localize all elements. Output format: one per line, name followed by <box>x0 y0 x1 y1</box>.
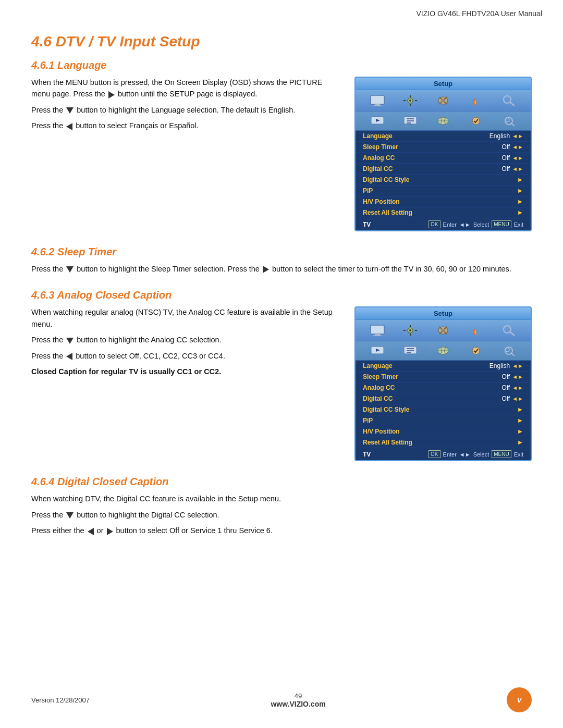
section-title-4-6-4: 4.6.4 Digital Closed Caption <box>31 476 532 488</box>
svg-point-13 <box>504 96 511 103</box>
menu-row-pip-2: PiP ► <box>356 415 531 426</box>
icon-sm3 <box>434 114 452 128</box>
page-content: 4.6 DTV / TV Input Setup 4.6.1 Language … <box>0 18 563 562</box>
icon-sm5 <box>499 114 518 128</box>
footer-page-number: 49 <box>271 692 325 700</box>
icon-sm2-b <box>401 343 420 358</box>
section-row-4-6-3: When watching regular analog (NTSC) TV, … <box>31 306 532 461</box>
section-4-6-2: 4.6.2 Sleep Timer Press the button to hi… <box>31 246 532 275</box>
tv-menu-box-2: Setup <box>354 306 532 461</box>
footer-center: 49 www.VIZIO.com <box>271 692 325 708</box>
svg-line-41 <box>510 332 515 336</box>
text-4-6-3-p3: Press the button to select Off, CC1, CC2… <box>31 350 339 362</box>
main-title: 4.6 DTV / TV Input Setup <box>31 33 532 50</box>
section-text-4-6-4: When watching DTV, the Digital CC featur… <box>31 493 532 536</box>
icon-monitor-b <box>368 323 387 338</box>
menu-row-digital-cc-2: Digital CC Off ◄► <box>356 393 531 404</box>
text-4-6-4-p2: Press the button to highlight the Digita… <box>31 509 532 521</box>
menu-row-digital-cc: Digital CC Off ◄► <box>356 164 531 175</box>
tv-box-header-1: Setup <box>356 78 531 90</box>
menu-row-analog-cc: Analog CC Off ◄► <box>356 153 531 164</box>
tv-icons-row2 <box>356 112 531 131</box>
text-4-6-3-p2: Press the button to highlight the Analog… <box>31 334 339 346</box>
icon-flame-b <box>467 323 485 338</box>
icon-sm2 <box>401 114 420 128</box>
icon-sm1 <box>368 114 387 128</box>
section-title-4-6-2: 4.6.2 Sleep Timer <box>31 246 532 258</box>
icon-sm1-b <box>368 343 387 358</box>
svg-point-31 <box>409 329 411 331</box>
text-4-6-1-p2: Press the button to highlight the Langua… <box>31 104 339 116</box>
tv-icons-row1-b <box>356 320 531 341</box>
menu-row-digital-cc-style-2: Digital CC Style ► <box>356 404 531 415</box>
down-arrow-icon-4 <box>66 512 74 519</box>
icon-satellite <box>434 93 452 108</box>
menu-row-hv-position-2: H/V Position ► <box>356 426 531 437</box>
section-title-4-6-3: 4.6.3 Analog Closed Caption <box>31 289 532 301</box>
menu-row-digital-cc-style: Digital CC Style ► <box>356 175 531 186</box>
text-4-6-4-p1: When watching DTV, the Digital CC featur… <box>31 493 532 504</box>
menu-row-reset-all: Reset All Setting ► <box>356 207 531 218</box>
tv-icons-row1 <box>356 90 531 112</box>
down-arrow-icon-3 <box>66 338 74 344</box>
menu-row-hv-position: H/V Position ► <box>356 196 531 207</box>
text-4-6-1-p1: When the MENU button is pressed, the On … <box>31 77 339 100</box>
page-footer: Version 12/28/2007 49 www.VIZIO.com V <box>0 687 563 712</box>
header-title: VIZIO GV46L FHDTV20A User Manual <box>417 9 542 18</box>
section-title-4-6-1: 4.6.1 Language <box>31 59 532 71</box>
svg-point-40 <box>504 326 511 333</box>
text-4-6-3-p1: When watching regular analog (NTSC) TV, … <box>31 306 339 330</box>
tv-box-footer-1: TV OK Enter ◄► Select MENU Exit <box>356 218 531 230</box>
tv-box-footer-2: TV OK Enter ◄► Select MENU Exit <box>356 448 531 460</box>
icon-sm4 <box>467 114 485 128</box>
vizio-logo: V <box>507 687 532 712</box>
icon-sm5-b <box>499 343 518 358</box>
svg-rect-0 <box>371 95 384 104</box>
svg-line-52 <box>511 353 515 356</box>
left-arrow-icon-4 <box>88 528 94 535</box>
icon-settings-b <box>401 323 420 338</box>
tv-icons-row2-b <box>356 341 531 361</box>
icon-sm3-b <box>434 343 452 358</box>
text-4-6-1-p3: Press the button to select Français or E… <box>31 120 339 131</box>
down-arrow-icon-2 <box>66 266 74 273</box>
footer-version: Version 12/28/2007 <box>31 696 90 704</box>
icon-flame <box>467 93 485 108</box>
svg-point-50 <box>472 347 480 354</box>
text-4-6-4-p3: Press either the or button to select Off… <box>31 525 532 536</box>
footer-website: www.VIZIO.com <box>271 700 325 708</box>
menu-row-language: Language English ◄► <box>356 131 531 142</box>
svg-point-23 <box>472 117 480 125</box>
page-header: VIZIO GV46L FHDTV20A User Manual <box>0 0 563 18</box>
svg-line-25 <box>511 123 515 126</box>
down-arrow-icon <box>66 107 74 114</box>
section-4-6-3: 4.6.3 Analog Closed Caption When watchin… <box>31 289 532 461</box>
menu-row-sleep-timer-2: Sleep Timer Off ◄► <box>356 372 531 382</box>
text-4-6-3-p4: Closed Caption for regular TV is usually… <box>31 366 339 377</box>
icon-magnifier <box>499 93 518 108</box>
menu-row-sleep-timer: Sleep Timer Off ◄► <box>356 142 531 153</box>
tv-menu-items-1: Language English ◄► Sleep Timer Off ◄► A… <box>356 131 531 218</box>
svg-point-39 <box>442 329 445 332</box>
icon-sm4-b <box>467 343 485 358</box>
section-4-6-1: 4.6.1 Language When the MENU button is p… <box>31 59 532 231</box>
tv-menu-items-2: Language English ◄► Sleep Timer Off ◄► A… <box>356 361 531 448</box>
left-arrow-icon <box>66 123 72 130</box>
svg-rect-27 <box>371 325 384 334</box>
tv-box-header-2: Setup <box>356 307 531 320</box>
section-text-4-6-3: When watching regular analog (NTSC) TV, … <box>31 306 339 381</box>
icon-settings <box>401 93 420 108</box>
right-arrow-icon-4 <box>107 528 113 535</box>
menu-row-language-2: Language English ◄► <box>356 361 531 372</box>
icon-monitor <box>368 93 387 108</box>
svg-line-14 <box>510 102 515 106</box>
icon-satellite-b <box>434 323 452 338</box>
svg-point-12 <box>442 99 445 102</box>
right-arrow-icon <box>108 91 115 98</box>
section-text-4-6-1: When the MENU button is pressed, the On … <box>31 77 339 136</box>
menu-row-analog-cc-2: Analog CC Off ◄► <box>356 382 531 393</box>
section-row-4-6-1: When the MENU button is pressed, the On … <box>31 77 532 231</box>
menu-row-reset-all-2: Reset All Setting ► <box>356 437 531 448</box>
icon-magnifier-b <box>499 323 518 338</box>
menu-row-pip: PiP ► <box>356 186 531 196</box>
